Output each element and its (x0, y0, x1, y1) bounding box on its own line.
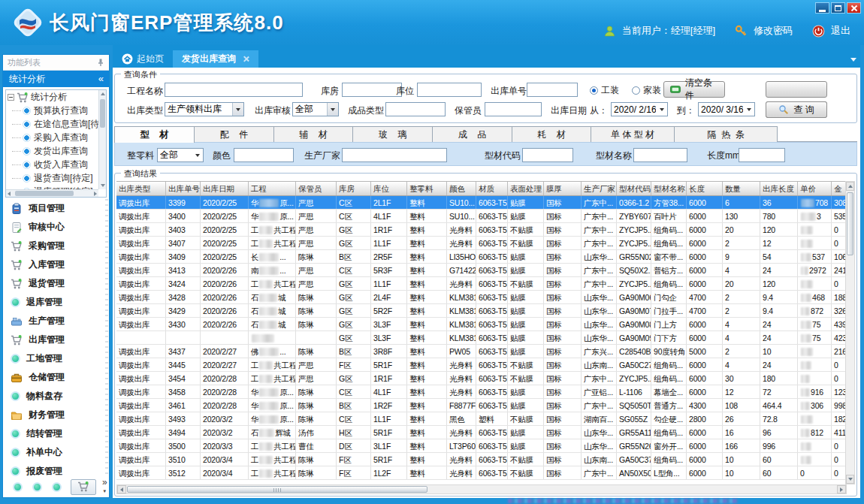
subtab-8[interactable]: 隔 热 条 (674, 126, 778, 142)
profile-code-input[interactable] (522, 148, 573, 162)
more-buttons-chevron[interactable]: »▾ (102, 478, 107, 495)
date-to-select[interactable]: 2020/ 3/16 (698, 102, 755, 116)
whole-part-select[interactable]: 全部 (157, 148, 204, 162)
table-row[interactable]: 调拨出库34282020/2/26石城陈琳G区2L4F整料KLM38176063… (116, 291, 847, 304)
maximize-button[interactable] (831, 2, 845, 14)
column-header-单价[interactable]: 单价 (798, 182, 832, 195)
sidebar-item-仓储管理[interactable]: 仓储管理 (3, 368, 109, 387)
collapse-icon[interactable]: « (98, 71, 104, 87)
tree-item[interactable]: 收货入库查询 (6, 158, 106, 171)
column-header-膜厚[interactable]: 膜厚 (544, 182, 582, 195)
sidebar-item-物料盘存[interactable]: 物料盘存 (3, 387, 109, 406)
sidebar-item-工地管理[interactable]: 工地管理 (3, 349, 109, 368)
column-header-整零料[interactable]: 整零料 (407, 182, 447, 195)
logout-link[interactable]: 退出 (831, 24, 850, 38)
document-tab-home[interactable]: 起始页 (113, 50, 173, 68)
sidebar-item-结转管理[interactable]: 结转管理 (3, 424, 109, 443)
column-header-出库类型[interactable]: 出库类型 (116, 182, 166, 195)
table-row[interactable]: 调拨出库34032020/2/25工共工程严思G区1R1F整料光身料6063-T… (116, 223, 847, 237)
quick-cart-button[interactable] (71, 479, 96, 495)
tree-vertical-scrollbar[interactable] (98, 90, 106, 189)
subtab-5[interactable]: 成 品 (432, 126, 512, 142)
table-row[interactable]: 调拨出库35102020/3/4工共工程陈琳F区5R1F整料光身料6063-T5… (116, 453, 847, 466)
quick-dot-icon[interactable] (13, 482, 23, 492)
outbound-type-select[interactable]: 生产领料出库 (165, 102, 244, 116)
color-input[interactable] (234, 148, 294, 162)
date-from-select[interactable]: 2020/ 2/16 (611, 102, 668, 116)
sidebar-item-报废管理[interactable]: 报废管理 (3, 462, 109, 478)
column-header-生产厂家[interactable]: 生产厂家 (582, 182, 617, 195)
column-header-金[interactable]: 金 (832, 182, 847, 195)
sidebar-item-采购管理[interactable]: 采购管理 (3, 237, 109, 255)
tree-item[interactable]: 退货查询[待定] (6, 171, 106, 185)
column-header-保管员[interactable]: 保管员 (296, 182, 337, 195)
sidebar-item-项目管理[interactable]: 项目管理 (3, 199, 109, 218)
outbound-audit-select[interactable]: 全部 (292, 102, 339, 116)
column-header-出库单号[interactable]: 出库单号 (166, 182, 201, 195)
keeper-input[interactable] (485, 102, 542, 116)
quick-dot-icon[interactable] (32, 482, 42, 492)
tree-root-statistics[interactable]: 统计分析 (6, 90, 106, 104)
pin-icon[interactable] (96, 58, 105, 67)
sidebar-item-补单中心[interactable]: 补单中心 (3, 443, 109, 462)
radio-jiazhuang[interactable]: 家装 (632, 84, 661, 97)
table-row[interactable]: 调拨出库34612020/2/28华原...陈琳B区1R2F整料F8877FT6… (116, 399, 847, 412)
table-row[interactable]: 调拨出库34302020/2/26石城陈琳G区3L3F整料KLM38176063… (116, 318, 847, 331)
column-header-长度[interactable]: 长度 (687, 182, 723, 195)
column-header-库位[interactable]: 库位 (371, 182, 407, 195)
tab-close-icon[interactable] (243, 56, 249, 62)
sidebar-item-审核中心[interactable]: 审核中心 (3, 218, 109, 237)
clear-conditions-button[interactable]: 清空条件 (663, 81, 725, 98)
subtab-1[interactable]: 型 材 (114, 126, 195, 143)
section-header-statistics[interactable]: 统计分析 « (3, 71, 109, 87)
radio-gongzhuang[interactable]: 工装 (590, 84, 619, 97)
column-header-材质[interactable]: 材质 (476, 182, 508, 195)
table-row[interactable]: 调拨出库34372020/2/27佛...陈琳B区3R8F整料PW056063-… (116, 345, 847, 358)
column-header-数量[interactable]: 数量 (723, 182, 760, 195)
column-header-型材代码[interactable]: 型材代码 (617, 182, 651, 195)
column-header-工程[interactable]: 工程 (249, 182, 296, 195)
column-header-出库长度[interactable]: 出库长度 (760, 182, 798, 195)
tree-collapse-icon[interactable] (8, 94, 14, 101)
minimize-button[interactable] (815, 2, 829, 14)
subtab-2[interactable]: 配 件 (194, 126, 274, 142)
sidebar-item-财务管理[interactable]: 财务管理 (3, 406, 109, 424)
table-row[interactable]: 调拨出库34132020/2/26南...严思C区5R3F整料G71422606… (116, 264, 847, 277)
column-header-颜色[interactable]: 颜色 (447, 182, 476, 195)
length-input[interactable] (739, 148, 785, 162)
table-row[interactable]: 调拨出库34292020/2/26石城陈琳G区5R2F整料KLM38176063… (116, 304, 847, 318)
tree-item[interactable]: 发货出库查询 (6, 144, 106, 158)
order-number-input[interactable] (527, 83, 578, 97)
table-horizontal-scrollbar[interactable] (116, 484, 847, 494)
quick-dot-icon[interactable] (52, 482, 62, 492)
table-row[interactable]: 调拨出库34542020/2/28工共工程严思G区1R1F整料光身料6063-T… (116, 372, 847, 385)
table-row[interactable]: 调拨出库34942020/3/2石辉城汤伟H区5R1F整料光身料6063-T5贴… (116, 426, 847, 439)
close-button[interactable] (847, 2, 861, 14)
column-header-出库日期[interactable]: 出库日期 (201, 182, 249, 195)
tree-item[interactable]: 在途信息查询[待 (6, 117, 106, 131)
tree-item[interactable]: 预算执行查询 (6, 104, 106, 117)
warehouse-input[interactable] (342, 83, 402, 97)
search-button[interactable]: 查 询 (766, 101, 827, 118)
document-tab-outbound-query[interactable]: 发货出库查询 (173, 50, 258, 68)
table-row[interactable]: 调拨出库34002020/2/25华原...严思C区4L1F整料SU10...6… (116, 210, 847, 223)
table-vertical-scrollbar[interactable] (845, 181, 855, 484)
subtab-6[interactable]: 耗 材 (512, 126, 591, 142)
tab-list-dropdown-icon[interactable] (850, 58, 856, 62)
product-type-input[interactable] (385, 102, 446, 116)
table-row[interactable]: 调拨出库34072020/2/25工共工程严思G区1L1F整料光身料6063-T… (116, 237, 847, 250)
change-password-link[interactable]: 修改密码 (754, 24, 793, 38)
column-header-库房[interactable]: 库房 (337, 182, 371, 195)
subtab-4[interactable]: 玻 璃 (352, 126, 433, 142)
table-row[interactable]: 调拨出库34092020/2/25长...陈琳B区2R5F整料LI35HO606… (116, 250, 847, 264)
sidebar-item-退货管理[interactable]: 退货管理 (3, 274, 109, 293)
sidebar-item-出库管理[interactable]: 出库管理 (3, 330, 109, 349)
location-input[interactable] (417, 83, 482, 97)
table-row[interactable]: 调拨出库34932020/3/2华原...陈琳C区1L1F整料黑色塑料不贴膜国标… (116, 412, 847, 426)
table-row[interactable]: 调拨出库34452020/2/27工共工程严思F区5R1F整料光身料6063-T… (116, 358, 847, 372)
column-header-型材名称[interactable]: 型材名称 (651, 182, 687, 195)
sidebar-item-退库管理[interactable]: 退库管理 (3, 293, 109, 312)
table-row[interactable]: 调拨出库34242020/2/26工共工程严思G区1L1F整料光身料6063-T… (116, 277, 847, 291)
table-row[interactable]: 调拨出库34582020/2/28华原...陈琳C区4L1F整料光身料6063-… (116, 385, 847, 399)
table-row[interactable]: 调拨出库33992020/2/25华原...严思C区2L1F整料SU10...6… (116, 196, 847, 210)
